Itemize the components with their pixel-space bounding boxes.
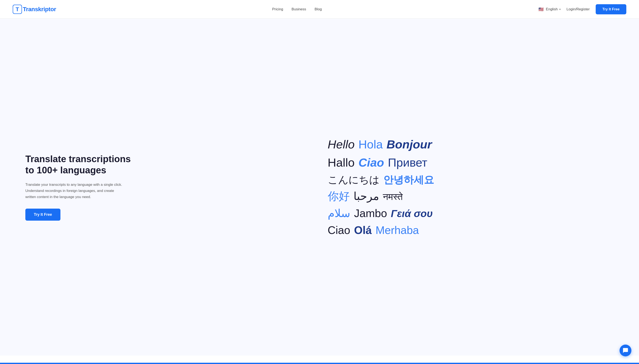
language-word: Ciao (358, 154, 384, 171)
nav-right: 🇺🇸 English ▾ Login/Register Try It Free (538, 4, 626, 14)
navbar: T Transkriptor Pricing Business Blog 🇺🇸 … (0, 0, 639, 18)
brand-name: Transkriptor (23, 6, 56, 13)
nav-blog[interactable]: Blog (315, 7, 322, 11)
language-word: مرحبا (354, 188, 379, 204)
language-word: Hallo (328, 154, 355, 171)
nav-business[interactable]: Business (292, 7, 306, 11)
language-word: Hola (358, 136, 383, 153)
language-row: HelloHolaBonjour (328, 136, 434, 153)
language-word: Olá (354, 222, 372, 238)
language-word: Ciao (328, 222, 350, 238)
language-word: Γειά σου (391, 206, 433, 221)
language-row: こんにちは안녕하세요 (328, 173, 434, 187)
language-word: Jambo (354, 206, 387, 221)
hero-title: Translate transcriptions to 100+ languag… (25, 154, 131, 176)
language-cloud: HelloHolaBonjourHalloCiaoПриветこんにちは안녕하세… (328, 136, 434, 238)
language-word: Bonjour (387, 136, 432, 153)
language-word: Merhaba (376, 222, 419, 238)
language-word: Hello (328, 136, 355, 153)
chat-bubble-button[interactable] (619, 344, 631, 356)
language-word: こんにちは (328, 173, 380, 187)
nav-links: Pricing Business Blog (272, 7, 322, 12)
language-selector[interactable]: 🇺🇸 English ▾ (538, 6, 561, 12)
svg-text:T: T (16, 6, 19, 12)
login-register-link[interactable]: Login/Register (566, 7, 590, 12)
language-row: سلامJamboΓειά σου (328, 206, 434, 221)
bottom-accent-bar (0, 363, 639, 364)
hero-description: Translate your transcripts to any langua… (25, 182, 123, 200)
chat-icon (622, 348, 628, 354)
try-free-button-nav[interactable]: Try It Free (596, 4, 626, 14)
hero-right: HelloHolaBonjourHalloCiaoПриветこんにちは안녕하세… (131, 136, 618, 238)
language-word: 你好 (328, 188, 350, 204)
language-row: HalloCiaoПривет (328, 154, 434, 171)
language-row: CiaoOláMerhaba (328, 222, 434, 238)
language-word: Привет (388, 154, 427, 171)
logo-link[interactable]: T Transkriptor (13, 5, 56, 14)
language-label: English (546, 7, 558, 12)
chevron-down-icon: ▾ (559, 8, 561, 11)
try-free-button-hero[interactable]: Try It Free (25, 208, 61, 221)
language-word: سلام (328, 206, 350, 221)
language-row: 你好مرحباनमस्ते (328, 188, 434, 204)
nav-pricing[interactable]: Pricing (272, 7, 283, 11)
language-word: नमस्ते (383, 190, 403, 203)
hero-left: Translate transcriptions to 100+ languag… (25, 154, 131, 220)
flag-icon: 🇺🇸 (538, 6, 544, 12)
logo-icon: T (13, 5, 22, 14)
language-word: 안녕하세요 (383, 173, 434, 187)
hero-section: Translate transcriptions to 100+ languag… (0, 18, 639, 356)
